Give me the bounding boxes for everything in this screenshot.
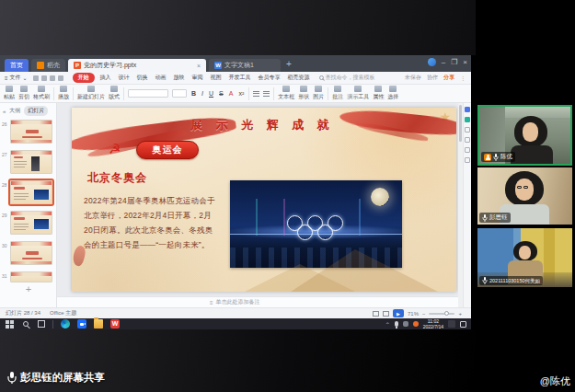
notes-bar[interactable]: ≡ 单击此处添加备注 — [57, 296, 458, 307]
tray-recording-icon[interactable] — [413, 321, 419, 327]
superscript-button[interactable]: x² — [237, 90, 245, 97]
minimize-button[interactable]: – — [442, 58, 445, 66]
tab-text-document[interactable]: W 文字文稿1 — [209, 59, 281, 72]
file-explorer-icon[interactable] — [94, 319, 103, 329]
task-view-icon[interactable] — [38, 320, 45, 328]
undo-icon[interactable] — [50, 75, 55, 81]
ribbon-tab-view[interactable]: 视图 — [209, 73, 224, 83]
video-tile-pengsiyu[interactable]: 彭思钰 — [477, 167, 572, 225]
collab-button[interactable]: 协作 — [427, 74, 438, 82]
layout-button[interactable]: 版式 — [109, 86, 120, 101]
italic-button[interactable]: I — [201, 90, 204, 97]
present-tools-button[interactable]: 演示工具 — [347, 86, 369, 101]
add-slide-button[interactable]: + — [0, 283, 57, 294]
account-avatar[interactable] — [428, 58, 436, 66]
thumbnail-row: 26 — [0, 120, 57, 147]
paste-button[interactable]: 粘贴 — [4, 86, 15, 101]
tray-app-icon[interactable] — [448, 320, 455, 328]
ribbon-tab-insert[interactable]: 插入 — [98, 73, 113, 83]
slide-thumbnail-30[interactable] — [10, 241, 52, 265]
tab-presentation-file[interactable]: P 党的历史学习.pptx × — [68, 59, 206, 72]
sorter-view-icon[interactable] — [383, 311, 389, 317]
tray-mic-icon[interactable] — [395, 321, 398, 327]
wps-office-icon[interactable]: W — [110, 319, 120, 329]
taskpane-settings-icon[interactable] — [465, 157, 470, 163]
maximize-button[interactable]: ❐ — [451, 58, 457, 66]
start-button[interactable] — [6, 320, 14, 329]
zoom-in-button[interactable]: + — [458, 311, 462, 317]
file-menu[interactable]: ≡ 文件 ⌄ — [5, 74, 28, 82]
ribbon-tab-review[interactable]: 审阅 — [190, 73, 205, 83]
save-icon[interactable] — [33, 75, 39, 81]
zoom-slider-knob[interactable] — [444, 311, 449, 316]
taskpane-anim-icon[interactable] — [465, 137, 470, 143]
strikethrough-button[interactable]: S — [218, 90, 224, 97]
zoom-slider[interactable] — [429, 313, 454, 315]
outline-tab[interactable]: 大纲 — [9, 107, 20, 115]
ribbon-tab-home[interactable]: 开始 — [73, 73, 95, 83]
taskbar-clock[interactable]: 11:02 2022/7/14 — [423, 318, 443, 329]
bold-button[interactable]: B — [190, 90, 197, 97]
slide-thumbnail-26[interactable] — [10, 120, 52, 144]
new-slide-button[interactable]: 新建幻灯片 — [77, 86, 105, 101]
text-box-button[interactable]: 文本框 — [278, 86, 294, 101]
participant-label: 陈优 — [481, 152, 515, 162]
font-name-select[interactable] — [128, 89, 168, 98]
play-from-current-button[interactable]: 播放 — [58, 86, 69, 101]
tray-chevron-up-icon[interactable]: ⌃ — [385, 321, 390, 328]
command-search[interactable]: 查找命令，搜索模板 — [319, 74, 375, 82]
share-button[interactable]: 分享 — [443, 74, 454, 82]
ribbon-tab-slideshow[interactable]: 放映 — [172, 73, 187, 83]
font-size-select[interactable] — [172, 89, 187, 98]
format-painter-button[interactable]: 格式刷 — [33, 86, 50, 101]
underline-button[interactable]: U — [208, 90, 214, 97]
video-tile-chenyou[interactable]: 陈优 — [477, 105, 572, 166]
browser-icon[interactable] — [61, 319, 70, 329]
ribbon-tab-animation[interactable]: 动画 — [154, 73, 168, 83]
ribbon-tab-member[interactable]: 会员专享 — [257, 73, 282, 83]
slide-thumbnail-panel: « 大纲 幻灯片 26 27 28 — [0, 103, 57, 307]
normal-view-icon[interactable] — [373, 311, 379, 317]
print-icon[interactable] — [41, 75, 47, 81]
cut-button[interactable]: 剪切 — [18, 86, 29, 101]
redo-icon[interactable] — [58, 75, 63, 81]
shape-button[interactable]: 形状 — [298, 86, 309, 101]
font-color-button[interactable]: A — [228, 90, 235, 97]
slides-tab[interactable]: 幻灯片 — [24, 106, 48, 116]
tab-close-icon[interactable]: × — [197, 63, 201, 69]
collapse-panel-icon[interactable]: « — [3, 109, 6, 114]
taskpane-member-icon[interactable] — [465, 107, 470, 112]
action-center-icon[interactable] — [460, 321, 466, 328]
badge-label: 奥运会 — [153, 144, 183, 156]
taskpane-history-icon[interactable] — [465, 147, 470, 153]
ribbon-tab-devtools[interactable]: 开发工具 — [227, 73, 253, 83]
tab-docer[interactable]: 稻壳 — [31, 59, 65, 72]
system-tray: ⌃ 11:02 2022/7/14 — [385, 318, 466, 329]
zoom-out-button[interactable]: − — [422, 311, 426, 317]
tab-wps-home[interactable]: 首页 — [5, 59, 29, 72]
slide-thumbnail-28-current[interactable] — [10, 180, 52, 204]
taskpane-style-icon[interactable] — [465, 127, 470, 133]
slide-28[interactable]: ★ 展 示 光 辉 成 就 ☭ 奥运会 北京冬奥会 2022年第24届冬季奥林匹… — [72, 108, 456, 292]
slide-thumbnail-29[interactable] — [10, 211, 52, 235]
taskpane-collab-icon[interactable] — [465, 117, 470, 122]
taskbar-search-icon[interactable] — [23, 321, 29, 327]
comment-button[interactable]: 批注 — [332, 86, 343, 101]
select-button[interactable]: 选择 — [387, 86, 398, 101]
tray-input-icon[interactable] — [403, 321, 408, 327]
ribbon-tab-design[interactable]: 设计 — [117, 73, 132, 83]
properties-button[interactable]: 属性 — [373, 86, 384, 101]
picture-button[interactable]: 图片 — [313, 86, 324, 101]
new-tab-button[interactable]: + — [286, 59, 292, 69]
slideshow-play-button[interactable]: ▶ — [393, 309, 404, 317]
ribbon-tab-transition[interactable]: 切换 — [135, 73, 150, 83]
tencent-meeting-icon[interactable] — [77, 319, 86, 329]
slide-thumbnail-31[interactable] — [10, 271, 52, 282]
video-tile-student[interactable]: 2021111030150何美如 — [477, 228, 572, 287]
align-left-button[interactable] — [253, 91, 259, 97]
align-center-button[interactable] — [263, 91, 270, 97]
close-button[interactable]: × — [463, 58, 467, 66]
ribbon-tab-docer-res[interactable]: 稻壳资源 — [286, 73, 312, 83]
more-icon[interactable]: ⋮ — [460, 75, 466, 81]
slide-thumbnail-27[interactable] — [10, 150, 52, 174]
